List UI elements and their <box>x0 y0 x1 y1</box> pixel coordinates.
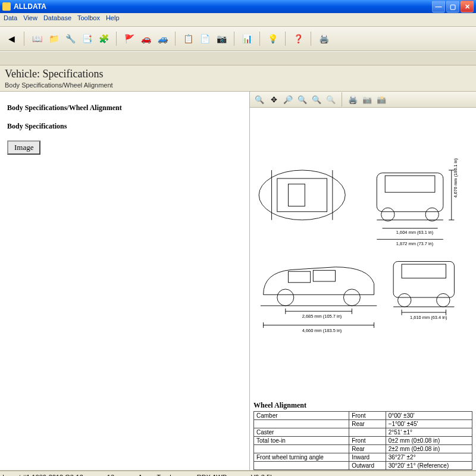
snapshot-icon[interactable]: 📷 <box>361 93 373 105</box>
labor-icon[interactable]: 📑 <box>80 32 93 45</box>
car-red-icon[interactable]: 🚙 <box>156 32 169 45</box>
main-toolbar: ◀ 📖 📁 🔧 📑 🧩 🚩 🚗 🚙 📋 📄 📷 📊 💡 ❓ 🖨️ <box>0 27 476 51</box>
left-line2: Body Specifications <box>7 122 242 131</box>
status-make: Acura Truck <box>138 474 173 476</box>
menu-database[interactable]: Database <box>43 14 71 25</box>
separator <box>342 92 342 107</box>
back-button[interactable]: ◀ <box>5 32 18 45</box>
separator <box>259 32 260 46</box>
menu-data[interactable]: Data <box>4 14 17 25</box>
page-icon[interactable]: 📄 <box>198 32 211 45</box>
separator <box>234 32 234 46</box>
svg-text:1,604 mm (63.1 in): 1,604 mm (63.1 in) <box>396 230 434 235</box>
camera-icon[interactable]: 📷 <box>215 32 228 45</box>
window-title: ALLDATA <box>14 2 432 11</box>
svg-text:2,685 mm (105.7 in): 2,685 mm (105.7 in) <box>302 314 342 319</box>
zoom-in-icon[interactable]: 🔍 <box>253 93 265 105</box>
status-year: 13 <box>107 474 114 476</box>
svg-point-33 <box>398 293 411 306</box>
status-engine: V6-3.5L <box>251 474 274 476</box>
minimize-button[interactable]: — <box>432 1 445 12</box>
app-icon <box>2 2 11 11</box>
breadcrumb: Body Specifications/Wheel Alignment <box>5 82 471 89</box>
magnify-icon[interactable]: 🔍 <box>325 93 337 105</box>
vehicle-icon[interactable]: 📁 <box>47 32 60 45</box>
separator <box>116 32 117 46</box>
print-image-icon[interactable]: 🖨️ <box>347 93 359 105</box>
page-header: Vehicle: Specifications Body Specificati… <box>0 65 476 92</box>
separator <box>175 32 176 46</box>
image-toolbar: 🔍 ✥ 🔎 🔍 🔍 🔍 🖨️ 📷 📸 <box>250 92 476 108</box>
svg-point-20 <box>277 289 294 306</box>
svg-rect-18 <box>288 271 310 283</box>
alignment-title: Wheel Alignment <box>253 401 472 410</box>
svg-rect-31 <box>393 261 454 297</box>
menubar: Data View Database Toolbox Help <box>0 13 476 27</box>
separator <box>285 32 286 46</box>
svg-rect-1 <box>277 178 327 212</box>
print-icon[interactable]: 🖨️ <box>317 32 330 45</box>
wheel-alignment-section: Wheel Alignment CamberFront0°00' ±30' Re… <box>253 401 472 470</box>
vehicle-diagram: 4,676 mm (186.1 in) 1,604 mm (63.1 in) 1… <box>250 108 476 399</box>
car-side-view: 2,685 mm (105.7 in) 4,660 mm (183.5 in) <box>261 267 377 333</box>
zoom-out-icon[interactable]: 🔍 <box>296 93 308 105</box>
separator <box>311 32 311 46</box>
book-icon[interactable]: 📖 <box>30 32 43 45</box>
sub-toolbar <box>0 51 476 65</box>
list-icon[interactable]: 📋 <box>181 32 195 45</box>
menu-help[interactable]: Help <box>106 14 120 25</box>
close-button[interactable]: ✕ <box>461 1 474 12</box>
zoom-blue-icon[interactable]: 🔎 <box>282 93 294 105</box>
statusbar: Import #1 1986-2012 Q3-12 13 Acura Truck… <box>0 471 476 476</box>
svg-point-34 <box>437 293 450 306</box>
help-icon[interactable]: ❓ <box>292 32 305 45</box>
svg-point-8 <box>425 208 439 221</box>
move-icon[interactable]: ✥ <box>268 93 280 105</box>
camera2-icon[interactable]: 📸 <box>375 93 387 105</box>
maximize-button[interactable]: ▢ <box>446 1 459 12</box>
bulb-icon[interactable]: 💡 <box>266 32 279 45</box>
car-blue-icon[interactable]: 🚗 <box>139 32 152 45</box>
service-icon[interactable]: 🔧 <box>64 32 77 45</box>
svg-text:1,610 mm (63.4 in): 1,610 mm (63.4 in) <box>410 315 447 320</box>
separator <box>24 32 24 46</box>
image-button[interactable]: Image <box>7 140 40 155</box>
svg-rect-6 <box>385 176 435 192</box>
flag-icon[interactable]: 🚩 <box>123 32 136 45</box>
right-pane: 🔍 ✥ 🔎 🔍 🔍 🔍 🖨️ 📷 📸 <box>250 92 476 470</box>
alignment-table: CamberFront0°00' ±30' Rear−1°00' ±45' Ca… <box>253 411 472 470</box>
svg-text:4,676 mm (186.1 in): 4,676 mm (186.1 in) <box>453 158 458 198</box>
car-rear-view: 1,610 mm (63.4 in) <box>393 261 454 320</box>
menu-toolbox[interactable]: Toolbox <box>77 14 100 25</box>
titlebar: ALLDATA — ▢ ✕ <box>0 0 476 13</box>
svg-rect-19 <box>313 270 335 281</box>
zoom-reset-icon[interactable]: 🔍 <box>311 93 322 105</box>
menu-view[interactable]: View <box>23 14 37 25</box>
svg-point-21 <box>343 289 360 306</box>
gauge-icon[interactable]: 📊 <box>240 32 253 45</box>
car-front-view: 4,676 mm (186.1 in) 1,604 mm (63.1 in) 1… <box>377 158 458 246</box>
svg-rect-32 <box>402 264 446 278</box>
svg-text:1,872 mm (73.7 in): 1,872 mm (73.7 in) <box>396 241 434 246</box>
left-line1: Body Specifications/Wheel Alignment <box>7 104 242 112</box>
svg-rect-2 <box>288 184 305 206</box>
status-dataset: Import #1 1986-2012 Q3-12 <box>2 474 83 476</box>
parts-icon[interactable]: 🧩 <box>97 32 110 45</box>
status-model: RDX AWD <box>197 474 227 476</box>
svg-text:4,660 mm (183.5 in): 4,660 mm (183.5 in) <box>302 328 342 333</box>
left-pane: Body Specifications/Wheel Alignment Body… <box>0 92 250 470</box>
svg-point-7 <box>381 208 394 221</box>
page-title: Vehicle: Specifications <box>5 68 471 80</box>
car-top-view <box>259 170 345 220</box>
